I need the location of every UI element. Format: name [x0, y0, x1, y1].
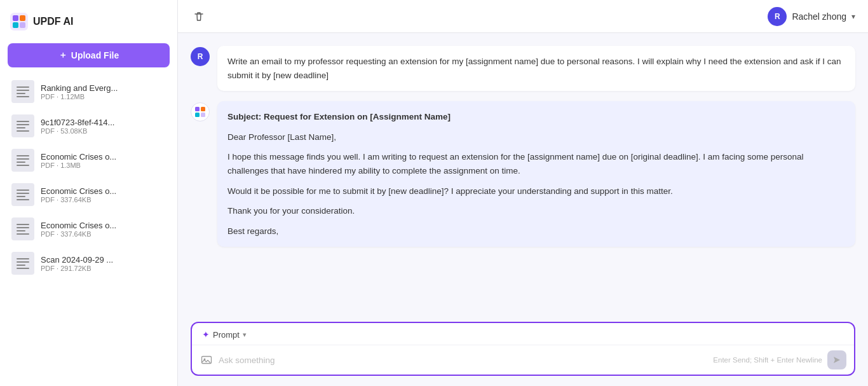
user-message-bubble: Write an email to my professor requestin…: [217, 46, 855, 91]
input-box: ✦ Prompt ▾ Enter Send; Shift + Enter New…: [191, 322, 855, 376]
prompt-chevron-icon: ▾: [243, 331, 247, 339]
svg-rect-4: [20, 22, 25, 28]
svg-rect-0: [10, 13, 28, 31]
ai-avatar: [191, 102, 210, 121]
avatar: R: [768, 7, 787, 26]
main-panel: R Rachel zhong ▾ R Write an email to my …: [178, 0, 868, 386]
sparkle-icon: ✦: [202, 329, 210, 340]
upload-plus-icon: ＋: [58, 50, 67, 61]
file-icon: [11, 114, 34, 137]
file-meta: PDF · 337.64KB: [41, 230, 116, 238]
user-name: Rachel zhong: [792, 11, 846, 22]
prompt-button[interactable]: ✦ Prompt ▾: [200, 328, 249, 341]
user-message-row: R Write an email to my professor request…: [191, 46, 855, 91]
chat-messages: R Write an email to my professor request…: [178, 33, 868, 315]
svg-rect-7: [195, 113, 200, 117]
input-toolbar: ✦ Prompt ▾: [192, 323, 854, 345]
user-menu[interactable]: R Rachel zhong ▾: [768, 7, 855, 26]
input-row: Enter Send; Shift + Enter Newline: [192, 345, 854, 375]
chat-header: R Rachel zhong ▾: [178, 0, 868, 33]
file-meta: PDF · 291.72KB: [41, 265, 113, 272]
file-icon: [11, 217, 34, 240]
svg-rect-2: [20, 15, 25, 21]
file-name: Economic Crises o...: [41, 186, 116, 196]
ai-message-row: Subject: Request for Extension on [Assig…: [191, 101, 855, 247]
file-item[interactable]: Ranking and Everg... PDF · 1.12MB: [8, 75, 170, 108]
file-name: 9c1f0723-8fef-414...: [41, 118, 114, 127]
svg-rect-6: [201, 107, 205, 111]
file-meta: PDF · 1.12MB: [41, 93, 118, 100]
file-item[interactable]: Economic Crises o... PDF · 337.64KB: [8, 212, 170, 245]
file-icon: [11, 183, 34, 206]
file-name: Scan 2024-09-29 ...: [41, 255, 113, 265]
file-icon: [11, 149, 34, 172]
delete-button[interactable]: [191, 8, 207, 25]
input-hint: Enter Send; Shift + Enter Newline: [713, 356, 822, 364]
file-item[interactable]: Economic Crises o... PDF · 337.64KB: [8, 178, 170, 211]
file-item[interactable]: Scan 2024-09-29 ... PDF · 291.72KB: [8, 247, 170, 280]
svg-rect-8: [201, 113, 205, 117]
svg-rect-1: [13, 15, 18, 21]
upload-file-button[interactable]: ＋ Upload File: [8, 43, 170, 67]
send-button[interactable]: [827, 350, 846, 369]
message-input[interactable]: [219, 352, 708, 368]
file-meta: PDF · 1.3MB: [41, 162, 116, 169]
svg-rect-3: [13, 22, 18, 28]
file-name: Ranking and Everg...: [41, 83, 118, 93]
file-list: Ranking and Everg... PDF · 1.12MB 9c1f07…: [8, 75, 170, 280]
file-meta: PDF · 337.64KB: [41, 196, 116, 203]
app-title: UPDF AI: [33, 16, 73, 27]
file-icon: [11, 252, 34, 275]
svg-rect-5: [195, 107, 200, 111]
ai-message-bubble: Subject: Request for Extension on [Assig…: [217, 101, 855, 247]
file-name: Economic Crises o...: [41, 221, 116, 230]
input-area: ✦ Prompt ▾ Enter Send; Shift + Enter New…: [178, 315, 868, 386]
sidebar: UPDF AI ＋ Upload File Ranking and Everg.…: [0, 0, 178, 386]
file-item[interactable]: Economic Crises o... PDF · 1.3MB: [8, 144, 170, 177]
file-item[interactable]: 9c1f0723-8fef-414... PDF · 53.08KB: [8, 109, 170, 142]
user-avatar: R: [191, 47, 210, 66]
file-icon: [11, 80, 34, 103]
logo-area: UPDF AI: [8, 10, 170, 38]
chevron-down-icon: ▾: [851, 12, 855, 21]
updf-logo-icon: [10, 13, 28, 31]
file-name: Economic Crises o...: [41, 152, 116, 162]
file-meta: PDF · 53.08KB: [41, 127, 114, 135]
image-attach-button[interactable]: [200, 353, 214, 367]
